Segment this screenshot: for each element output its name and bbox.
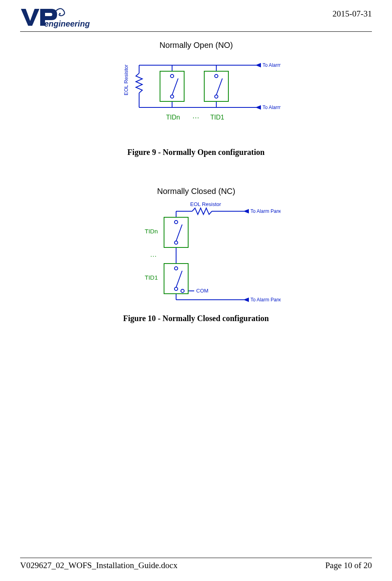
svg-line-18	[216, 78, 222, 95]
header-date: 2015-07-31	[332, 7, 372, 19]
page-header: engineering 2015-07-31	[20, 7, 372, 32]
logo: engineering	[20, 7, 92, 30]
page-footer: V029627_02_WOFS_Installation_Guide.docx …	[20, 558, 372, 581]
fig9-alarm-top: To Alarm Panel	[263, 62, 281, 68]
figure-9-diagram: Normally Open (NO)	[112, 39, 281, 144]
svg-line-32	[176, 225, 182, 241]
svg-point-17	[215, 95, 218, 98]
svg-point-33	[174, 267, 178, 270]
logo-subtext: engineering	[44, 19, 90, 28]
svg-rect-11	[160, 71, 184, 101]
svg-point-34	[174, 287, 178, 290]
fig9-tid1: TID1	[210, 114, 224, 121]
svg-line-35	[176, 271, 182, 287]
fig9-title: Normally Open (NO)	[159, 41, 232, 49]
svg-point-36	[181, 289, 184, 293]
svg-point-13	[170, 74, 174, 78]
fig9-dots: …	[192, 112, 199, 120]
fig10-tidn: TIDn	[145, 228, 158, 235]
svg-marker-21	[244, 210, 248, 213]
svg-line-15	[172, 78, 178, 95]
svg-rect-29	[164, 264, 188, 294]
fig10-alarm-bottom: To Alarm Panel	[250, 297, 281, 303]
footer-page-number: Page 10 of 20	[325, 560, 372, 571]
fig9-tidn: TIDn	[166, 114, 180, 121]
svg-marker-26	[244, 298, 248, 301]
footer-filename: V029627_02_WOFS_Installation_Guide.docx	[20, 560, 177, 571]
fig10-com: COM	[196, 288, 208, 294]
figure-10-diagram: Normally Closed (NC)	[112, 185, 281, 310]
svg-rect-28	[164, 217, 188, 247]
fig9-eol-label: EOL Resistor	[123, 64, 129, 95]
svg-point-16	[215, 74, 218, 78]
svg-point-14	[170, 95, 174, 98]
figure-10-caption: Figure 10 - Normally Closed configuratio…	[123, 314, 269, 323]
fig10-eol-label: EOL Resistor	[190, 201, 221, 207]
svg-point-0	[59, 13, 61, 14]
fig10-title: Normally Closed (NC)	[157, 187, 235, 196]
svg-point-31	[174, 241, 178, 244]
svg-rect-12	[204, 71, 228, 101]
svg-marker-10	[257, 106, 261, 109]
fig9-alarm-bottom: To Alarm Panel	[263, 105, 281, 110]
figure-9-caption: Figure 9 - Normally Open configuration	[127, 148, 265, 157]
svg-point-30	[174, 220, 178, 224]
svg-marker-9	[257, 64, 261, 67]
page-content: Normally Open (NO)	[20, 32, 372, 558]
fig10-tid1: TID1	[145, 274, 158, 281]
fig10-dots: …	[150, 251, 157, 258]
fig10-alarm-top: To Alarm Panel	[250, 208, 281, 214]
